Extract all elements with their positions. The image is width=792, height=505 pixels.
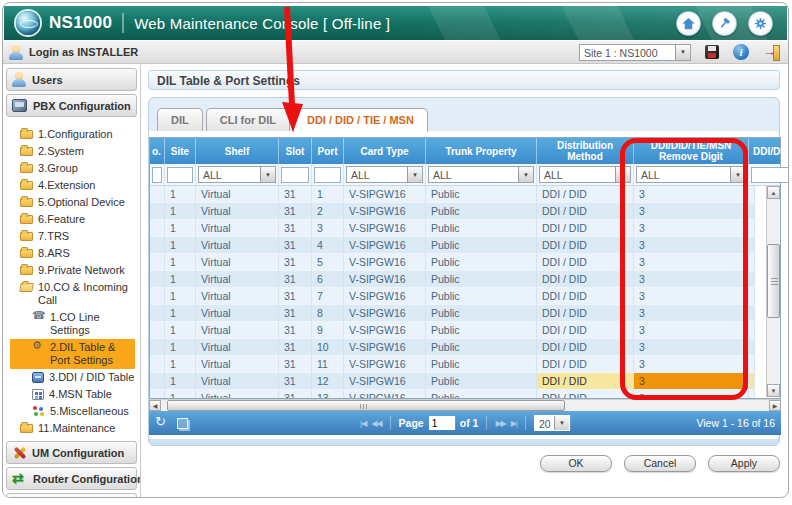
cell-site[interactable]: 1 [165,322,196,339]
sidebar-section-button[interactable]: UM Configuration [6,441,137,464]
cell-trunk[interactable]: Public [426,305,537,322]
cell-port[interactable]: 13 [312,390,344,398]
cell-card[interactable]: V-SIPGW16 [344,186,426,203]
cell-shelf[interactable]: Virtual [196,322,279,339]
page-input[interactable] [429,416,455,430]
table-row[interactable]: 1Virtual3110V-SIPGW16PublicDDI / DID3 [150,339,780,356]
column-header-dist[interactable]: Distribution Method [537,138,634,164]
column-header-slot[interactable]: Slot [279,138,312,164]
tree-item[interactable]: 1.CO Line Settings [10,309,137,339]
filter-select-shelf[interactable]: ALL [198,166,276,183]
tree-item[interactable]: 5.Optional Device [10,194,137,211]
cell-card[interactable]: V-SIPGW16 [344,254,426,271]
column-header-last[interactable]: DDI/DID [749,138,788,164]
cell-port[interactable]: 3 [312,220,344,237]
cell-no[interactable] [150,373,165,390]
column-header-site[interactable]: Site [165,138,196,164]
cell-port[interactable]: 5 [312,254,344,271]
cell-card[interactable]: V-SIPGW16 [344,390,426,398]
page-size-select[interactable]: 20 [534,415,570,431]
cell-remove[interactable]: 3 [634,373,749,390]
cell-last[interactable] [749,305,755,322]
previous-page-icon[interactable] [371,419,381,428]
cell-no[interactable] [150,186,165,203]
cell-site[interactable]: 1 [165,237,196,254]
sidebar-section-button[interactable]: Users [6,68,137,91]
next-page-icon[interactable] [495,419,505,428]
cell-site[interactable]: 1 [165,254,196,271]
cell-site[interactable]: 1 [165,373,196,390]
cell-site[interactable]: 1 [165,220,196,237]
cell-dist[interactable]: DDI / DID [537,305,634,322]
cell-trunk[interactable]: Public [426,271,537,288]
cell-slot[interactable]: 31 [279,254,312,271]
footer-button[interactable]: Cancel [624,455,696,472]
filter-select-trunk[interactable]: ALL [428,166,534,183]
cell-no[interactable] [150,339,165,356]
cell-remove[interactable]: 3 [634,254,749,271]
table-row[interactable]: 1Virtual313V-SIPGW16PublicDDI / DID3 [150,220,780,237]
save-icon[interactable] [705,45,719,59]
cell-card[interactable]: V-SIPGW16 [344,271,426,288]
cell-site[interactable]: 1 [165,288,196,305]
cell-dist[interactable]: DDI / DID [537,373,634,390]
scroll-left-icon[interactable] [149,400,161,411]
cell-dist[interactable]: DDI / DID [537,356,634,373]
cell-trunk[interactable]: Public [426,373,537,390]
tree-item[interactable]: 7.TRS [10,228,137,245]
tree-item[interactable]: 2.System [10,143,137,160]
cell-slot[interactable]: 31 [279,339,312,356]
cell-last[interactable] [749,373,755,390]
cell-shelf[interactable]: Virtual [196,254,279,271]
cell-site[interactable]: 1 [165,339,196,356]
column-header-no[interactable]: o. [150,138,165,164]
cell-dist[interactable]: DDI / DID [537,322,634,339]
cell-dist[interactable]: DDI / DID [537,220,634,237]
table-row[interactable]: 1Virtual312V-SIPGW16PublicDDI / DID3 [150,203,780,220]
cell-site[interactable]: 1 [165,390,196,398]
filter-input-slot[interactable] [281,167,309,183]
cell-shelf[interactable]: Virtual [196,203,279,220]
chevron-down-icon[interactable] [675,45,690,60]
cell-last[interactable] [749,237,755,254]
table-row[interactable]: 1Virtual314V-SIPGW16PublicDDI / DID3 [150,237,780,254]
filter-select-dist[interactable]: ALL [539,166,631,183]
cell-no[interactable] [150,203,165,220]
table-row[interactable]: 1Virtual311V-SIPGW16PublicDDI / DID3 [150,186,780,203]
column-header-port[interactable]: Port [312,138,344,164]
cell-slot[interactable]: 31 [279,203,312,220]
cell-site[interactable]: 1 [165,186,196,203]
cell-dist[interactable]: DDI / DID [537,186,634,203]
vertical-scroll-thumb[interactable] [767,244,780,318]
cell-last[interactable] [749,356,755,373]
sidebar-section-button[interactable]: Network Service [6,493,137,497]
first-page-icon[interactable] [360,419,366,428]
cell-site[interactable]: 1 [165,305,196,322]
cell-slot[interactable]: 31 [279,288,312,305]
cell-slot[interactable]: 31 [279,237,312,254]
cell-port[interactable]: 12 [312,373,344,390]
cell-port[interactable]: 1 [312,186,344,203]
cell-no[interactable] [150,322,165,339]
tree-item[interactable]: 9.Private Network [10,262,137,279]
cell-no[interactable] [150,390,165,398]
cell-port[interactable]: 7 [312,288,344,305]
cell-card[interactable]: V-SIPGW16 [344,220,426,237]
cell-dist[interactable]: DDI / DID [537,271,634,288]
cell-no[interactable] [150,254,165,271]
filter-input-no[interactable] [152,167,162,183]
cell-no[interactable] [150,271,165,288]
tree-item[interactable]: 4.Extension [10,177,137,194]
cell-remove[interactable]: 3 [634,220,749,237]
cell-last[interactable] [749,339,755,356]
filter-input-port[interactable] [314,167,341,183]
tree-item[interactable]: 11.Maintenance [10,420,137,437]
filter-input-site[interactable] [167,167,193,183]
cell-remove[interactable]: 3 [634,186,749,203]
table-row[interactable]: 1Virtual3113V-SIPGW16PublicDDI / DID3 [150,390,780,398]
scroll-right-icon[interactable] [769,400,781,411]
cell-no[interactable] [150,356,165,373]
chevron-down-icon[interactable] [260,167,275,182]
cell-port[interactable]: 9 [312,322,344,339]
cell-card[interactable]: V-SIPGW16 [344,288,426,305]
